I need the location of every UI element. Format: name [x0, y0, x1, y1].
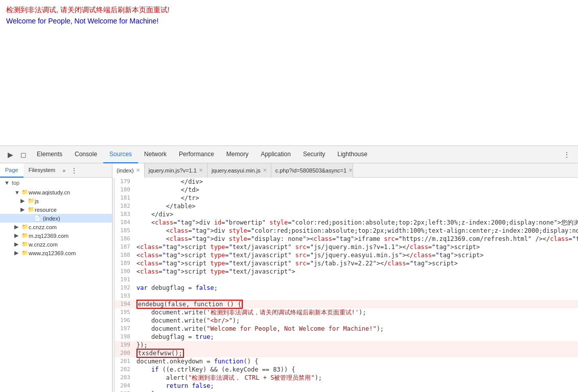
- file-tab-jquery-easyui-label: jquery.easyui.min.js: [212, 167, 261, 174]
- line-number-197: 197: [115, 325, 134, 333]
- secondary-left-panel: Page Filesystem » ⋮: [0, 163, 112, 178]
- folder-zq12369-icon: 📁: [21, 232, 29, 239]
- sidebar-item-zq12369[interactable]: ▶ 📁 m.zq12369.com: [0, 231, 112, 240]
- secondary-options-icon[interactable]: ⋮: [67, 166, 81, 175]
- tab-performance[interactable]: Performance: [173, 146, 220, 163]
- sidebar-item-cnzz-c[interactable]: ▶ 📁 c.cnzz.com: [0, 223, 112, 231]
- code-line-186: 186 <class="tag">div style="display: non…: [115, 235, 578, 243]
- tab-elements[interactable]: Elements: [31, 146, 68, 163]
- line-content-200: txsdefwsw();: [134, 349, 578, 357]
- line-number-196: 196: [115, 316, 134, 325]
- tab-lighthouse[interactable]: Lighthouse: [331, 146, 374, 163]
- close-jquery-min-icon[interactable]: ✕: [199, 167, 203, 173]
- code-line-197: 197 document.write("Welcome for People, …: [115, 325, 578, 333]
- triangle-cnzz-c-icon: ▶: [14, 224, 19, 230]
- triangle-js-icon: ▶: [20, 198, 26, 204]
- folder-aqistudy-icon: 📁: [21, 189, 29, 195]
- line-content-185: <class="tag">div style="color:red;positi…: [134, 227, 578, 235]
- folder-cnzz-w-icon: 📁: [21, 241, 29, 248]
- file-tab-index-label: (index): [117, 167, 134, 174]
- line-number-189: 189: [115, 259, 134, 267]
- line-number-200: 200: [115, 349, 134, 357]
- code-line-180: 180 </td>: [115, 186, 578, 194]
- line-content-181: </tr>: [134, 194, 578, 202]
- line-number-186: 186: [115, 235, 134, 243]
- tab-page[interactable]: Page: [0, 163, 24, 178]
- line-number-187: 187: [115, 243, 134, 251]
- code-line-200: 200txsdefwsw();: [115, 349, 578, 357]
- tab-filesystem[interactable]: Filesystem: [24, 163, 61, 178]
- sidebar-item-zq12369-www[interactable]: ▶ 📁 www.zq12369.com: [0, 249, 112, 257]
- code-line-202: 202 if ((e.ctrlKey) && (e.keyCode == 83)…: [115, 365, 578, 374]
- line-content-199: });: [134, 341, 578, 349]
- line-number-203: 203: [115, 374, 134, 382]
- code-line-179: 179 </div>: [115, 178, 578, 186]
- devtools-toolbar: ▶ ◻ ElementsConsoleSourcesNetworkPerform…: [0, 146, 578, 163]
- line-number-198: 198: [115, 333, 134, 341]
- line-content-186: <class="tag">div style="display: none"><…: [134, 235, 578, 243]
- sidebar-item-index[interactable]: 📄 (index): [0, 214, 112, 223]
- line-content-198: debugflag = true;: [134, 333, 578, 341]
- triangle-index-icon: [27, 215, 32, 222]
- code-line-187: 187<class="tag">script type="text/javasc…: [115, 243, 578, 251]
- line-number-179: 179: [115, 178, 134, 186]
- sidebar-item-cnzz-w[interactable]: ▶ 📁 w.cnzz.com: [0, 240, 112, 249]
- close-index-icon[interactable]: ✕: [136, 167, 140, 173]
- tab-sources[interactable]: Sources: [103, 146, 138, 163]
- code-editor[interactable]: 179 </div>180 </td>181 </tr>182 </table>…: [115, 178, 578, 392]
- inspect-element-icon[interactable]: ▶: [4, 149, 16, 161]
- file-tab-jquery-min[interactable]: jquery.min.js?v=1.1 ✕: [145, 163, 207, 178]
- line-content-188: <class="tag">script type="text/javascrip…: [134, 251, 578, 259]
- device-toggle-icon[interactable]: ◻: [17, 149, 30, 161]
- sidebar-aqistudy-label: www.aqistudy.cn: [29, 189, 70, 195]
- page-content: 检测到非法调试, 请关闭调试终端后刷新本页面重试! Welcome for Pe…: [0, 0, 578, 145]
- close-jquery-easyui-icon[interactable]: ✕: [263, 167, 267, 173]
- tab-memory[interactable]: Memory: [220, 146, 255, 163]
- sources-sidebar: ▼ top ▼ 📁 www.aqistudy.cn ▶ 📁 js ▶ 📁 res…: [0, 178, 112, 392]
- line-number-183: 183: [115, 210, 134, 218]
- line-number-184: 184: [115, 218, 134, 227]
- file-tabs-bar: (index) ✕ jquery.min.js?v=1.1 ✕ jquery.e…: [112, 163, 578, 178]
- line-content-197: document.write("Welcome for People, Not …: [134, 325, 578, 333]
- code-line-199: 199});: [115, 341, 578, 349]
- secondary-toolbar: Page Filesystem » ⋮ (index) ✕ jquery.min…: [0, 163, 578, 178]
- file-tab-index[interactable]: (index) ✕: [112, 163, 145, 178]
- sidebar-index-label: (index): [43, 215, 60, 222]
- warning-cn: 检测到非法调试, 请关闭调试终端后刷新本页面重试!: [6, 4, 572, 15]
- line-content-189: <class="tag">script type="text/javascrip…: [134, 259, 578, 267]
- line-content-202: if ((e.ctrlKey) && (e.keyCode == 83)) {: [134, 365, 578, 374]
- sidebar-item-aqistudy[interactable]: ▼ 📁 www.aqistudy.cn: [0, 188, 112, 197]
- code-line-191: 191: [115, 276, 578, 284]
- sidebar-zq12369-www-label: www.zq12369.com: [29, 250, 76, 256]
- line-content-204: return false;: [134, 382, 578, 390]
- line-number-182: 182: [115, 202, 134, 210]
- tab-console[interactable]: Console: [68, 146, 103, 163]
- tab-application[interactable]: Application: [255, 146, 297, 163]
- line-number-180: 180: [115, 186, 134, 194]
- file-tab-jquery-min-label: jquery.min.js?v=1.1: [149, 167, 197, 174]
- more-options-icon[interactable]: ⋮: [561, 149, 573, 161]
- sidebar-item-js[interactable]: ▶ 📁 js: [0, 197, 112, 205]
- line-content-184: <class="tag">div id="browertip" style="c…: [134, 218, 578, 227]
- line-number-204: 204: [115, 382, 134, 390]
- file-tab-jquery-easyui[interactable]: jquery.easyui.min.js ✕: [207, 163, 271, 178]
- line-content-180: </td>: [134, 186, 578, 194]
- code-line-184: 184 <class="tag">div id="browertip" styl…: [115, 218, 578, 227]
- sidebar-item-resource[interactable]: ▶ 📁 resource: [0, 205, 112, 214]
- line-number-188: 188: [115, 251, 134, 259]
- close-cphp-icon[interactable]: ✕: [349, 167, 353, 173]
- line-content-205: }: [134, 390, 578, 392]
- line-number-202: 202: [115, 365, 134, 374]
- code-line-193: 193: [115, 292, 578, 300]
- code-line-198: 198 debugflag = true;: [115, 333, 578, 341]
- line-number-195: 195: [115, 308, 134, 316]
- line-content-190: <class="tag">script type="text/javascrip…: [134, 267, 578, 276]
- tab-network[interactable]: Network: [138, 146, 173, 163]
- sidebar-top-label: top: [12, 180, 19, 186]
- tab-security[interactable]: Security: [297, 146, 331, 163]
- line-number-193: 193: [115, 292, 134, 300]
- secondary-more-icon[interactable]: »: [60, 167, 67, 174]
- file-tab-cphp[interactable]: c.php?id=5808503&async=1 ✕: [271, 163, 353, 178]
- line-number-194: 194: [115, 300, 134, 308]
- sidebar-top-item[interactable]: ▼ top: [0, 178, 112, 188]
